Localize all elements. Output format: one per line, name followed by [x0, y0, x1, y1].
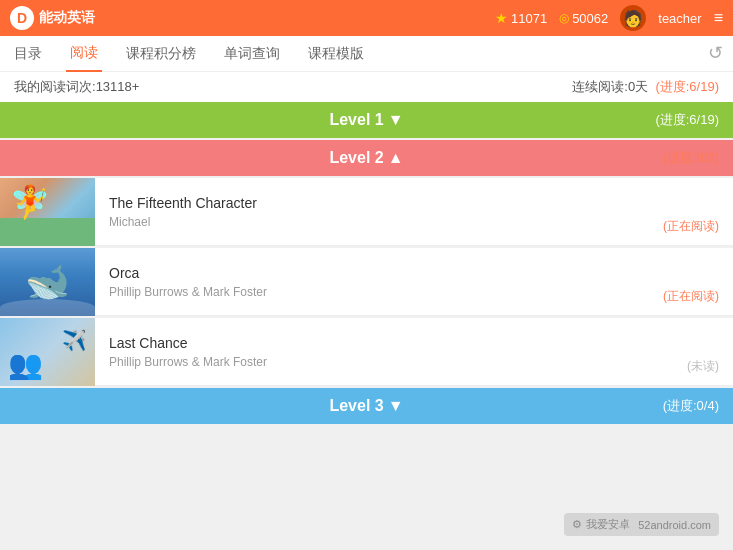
level3-header[interactable]: Level 3 ▼ (进度:0/4): [0, 388, 733, 424]
level3-arrow: ▼: [388, 397, 404, 415]
level3-title: Level 3: [329, 397, 383, 415]
level1-arrow: ▼: [388, 111, 404, 129]
streak-label: 连续阅读:: [572, 79, 628, 94]
reading-count-label: 我的阅读词次:: [14, 79, 96, 94]
star-stat: ★ 11071: [495, 10, 547, 26]
avatar: 🧑: [620, 5, 646, 31]
cover-image-3: [0, 318, 95, 386]
watermark: ⚙ 我爱安卓 52android.com: [564, 513, 719, 536]
book-cover-3: [0, 318, 95, 386]
header-right: ★ 11071 ◎ 50062 🧑 teacher ≡: [495, 5, 723, 31]
coin-count: 50062: [572, 11, 608, 26]
logo-icon: D: [10, 6, 34, 30]
level1-header[interactable]: Level 1 ▼ (进度:6/19): [0, 102, 733, 138]
star-icon: ★: [495, 10, 508, 26]
nav-item-reading[interactable]: 阅读: [66, 36, 102, 72]
nav-item-catalog[interactable]: 目录: [10, 36, 46, 72]
streak-progress: (进度:6/19): [655, 79, 719, 94]
cover-image-1: [0, 178, 95, 246]
reading-count-value: 13118+: [96, 79, 140, 94]
nav-bar: 目录 阅读 课程积分榜 单词查询 课程模版: [0, 36, 733, 72]
book-author-3: Phillip Burrows & Mark Foster: [109, 355, 719, 369]
watermark-icon: ⚙: [572, 518, 582, 531]
book-item-2[interactable]: Orca Phillip Burrows & Mark Foster (正在阅读…: [0, 248, 733, 316]
watermark-subtext: 52android.com: [638, 519, 711, 531]
book-item-1[interactable]: The Fifteenth Character Michael (正在阅读): [0, 178, 733, 246]
level2-header[interactable]: Level 2 ▲ (进度:0/3): [0, 140, 733, 176]
back-icon[interactable]: ↺: [708, 42, 723, 64]
content-area: Level 1 ▼ (进度:6/19) Level 2 ▲ (进度:0/3) T…: [0, 102, 733, 424]
nav-item-scores[interactable]: 课程积分榜: [122, 36, 200, 72]
watermark-text: 我爱安卓: [586, 517, 630, 532]
book-info-2: Orca Phillip Burrows & Mark Foster: [95, 255, 733, 309]
book-author-2: Phillip Burrows & Mark Foster: [109, 285, 719, 299]
header: D 能动英语 ★ 11071 ◎ 50062 🧑 teacher ≡: [0, 0, 733, 36]
teacher-name: teacher: [658, 11, 701, 26]
streak: 连续阅读:0天 (进度:6/19): [572, 78, 719, 96]
book-cover-1: [0, 178, 95, 246]
level1-title: Level 1: [329, 111, 383, 129]
book-title-3: Last Chance: [109, 335, 719, 351]
book-info-1: The Fifteenth Character Michael: [95, 185, 733, 239]
level2-progress: (进度:0/3): [663, 149, 719, 167]
streak-value: 0天: [628, 79, 648, 94]
level2-arrow: ▲: [388, 149, 404, 167]
nav-item-words[interactable]: 单词查询: [220, 36, 284, 72]
level2-title: Level 2: [329, 149, 383, 167]
level1-progress: (进度:6/19): [655, 111, 719, 129]
coin-icon: ◎: [559, 11, 569, 25]
stats-bar: 我的阅读词次:13118+ 连续阅读:0天 (进度:6/19): [0, 72, 733, 102]
book-status-2: (正在阅读): [663, 288, 719, 305]
reading-count: 我的阅读词次:13118+: [14, 78, 139, 96]
coin-stat: ◎ 50062: [559, 11, 608, 26]
book-author-1: Michael: [109, 215, 719, 229]
book-title-1: The Fifteenth Character: [109, 195, 719, 211]
cover-image-2: [0, 248, 95, 316]
star-count: 11071: [511, 11, 547, 26]
book-cover-2: [0, 248, 95, 316]
book-item-3[interactable]: Last Chance Phillip Burrows & Mark Foste…: [0, 318, 733, 386]
logo-area: D 能动英语: [10, 6, 95, 30]
logo-text: 能动英语: [39, 9, 95, 27]
level3-progress: (进度:0/4): [663, 397, 719, 415]
menu-icon[interactable]: ≡: [714, 9, 723, 27]
nav-item-templates[interactable]: 课程模版: [304, 36, 368, 72]
book-status-1: (正在阅读): [663, 218, 719, 235]
book-title-2: Orca: [109, 265, 719, 281]
book-status-3: (未读): [687, 358, 719, 375]
book-info-3: Last Chance Phillip Burrows & Mark Foste…: [95, 325, 733, 379]
